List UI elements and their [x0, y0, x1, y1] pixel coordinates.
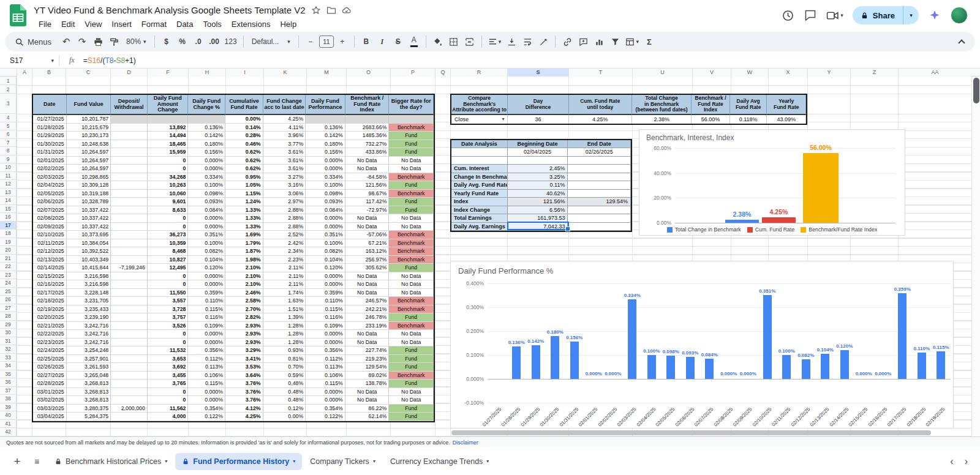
cell[interactable]: 03/02/2025 [33, 396, 67, 405]
cell[interactable]: Benchmark [389, 124, 434, 132]
cell[interactable]: 01/28/2025 [33, 124, 67, 132]
cell[interactable]: 4.25% [569, 115, 632, 124]
cell[interactable]: 129.54% [345, 363, 390, 372]
cell[interactable]: No Data [345, 272, 390, 281]
cell[interactable]: 1.87% [225, 247, 263, 256]
cell[interactable]: 43.09% [767, 115, 806, 124]
cell[interactable]: 0 [148, 280, 189, 289]
cell[interactable]: 13,892 [148, 124, 189, 132]
metric-value-2[interactable] [568, 190, 631, 198]
cell[interactable]: 02/03/2025 [33, 173, 67, 182]
cell[interactable]: 1.98% [225, 256, 263, 264]
cell[interactable]: 0.59% [263, 372, 306, 380]
cell[interactable]: 0.104% [188, 256, 225, 264]
cell[interactable]: Benchmark [389, 372, 434, 380]
cell[interactable]: 0.359% [188, 289, 225, 297]
cell[interactable]: 14,494 [148, 132, 189, 140]
cell[interactable]: 2.88% [263, 223, 306, 231]
row-header-22[interactable]: 22 [0, 263, 16, 271]
cell[interactable]: 0.000% [188, 157, 225, 165]
cell[interactable]: No Data [389, 330, 434, 338]
cell[interactable]: 0 [148, 223, 189, 231]
text-color-button[interactable]: A [407, 34, 421, 49]
row-header-34[interactable]: 34 [0, 362, 16, 370]
cell[interactable]: 0 [148, 272, 189, 281]
cell[interactable]: 219.23% [345, 355, 390, 364]
cell[interactable]: 0.115% [188, 305, 225, 314]
row-header-13[interactable]: 13 [0, 189, 16, 197]
cell[interactable]: 0.46% [225, 140, 263, 149]
cell[interactable]: 0.115% [306, 305, 345, 314]
menus-search-button[interactable]: Menus [11, 34, 58, 50]
cell[interactable]: 3,280,375 [67, 405, 111, 413]
column-header-cell[interactable]: Deposit/ Withdrawal [111, 95, 148, 115]
row-header-17[interactable]: 17 [0, 222, 16, 230]
cell[interactable]: No Data [389, 388, 434, 397]
column-header-Z[interactable]: Z [850, 69, 898, 77]
cell[interactable]: 4.11% [263, 124, 306, 132]
cell[interactable]: 02/27/2025 [33, 372, 67, 380]
row-header-39[interactable]: 39 [0, 403, 16, 412]
cell[interactable]: 18,465 [148, 140, 189, 149]
cell[interactable]: No Data [389, 214, 434, 223]
row-header-24[interactable]: 24 [0, 279, 16, 288]
increase-decimal-button[interactable]: .00 [207, 34, 222, 49]
cell[interactable]: 0 [148, 388, 189, 397]
cell[interactable]: 0.48% [263, 388, 306, 397]
column-header-O[interactable]: O [346, 69, 390, 77]
cell[interactable] [111, 198, 148, 206]
cell[interactable]: 3,216,598 [67, 272, 111, 281]
cell[interactable]: 0 [148, 396, 189, 405]
cell[interactable]: No Data [345, 289, 390, 297]
cell[interactable]: 2683.66% [345, 124, 390, 132]
cell[interactable]: 0.000% [188, 396, 225, 405]
insert-link-button[interactable] [560, 34, 575, 49]
cell[interactable]: 1.79% [225, 239, 263, 248]
row-header-8[interactable]: 8 [0, 147, 16, 155]
metric-value[interactable]: 7,042.33 [508, 223, 568, 231]
cell[interactable]: 0.136% [306, 124, 345, 132]
row-header-10[interactable]: 10 [0, 163, 16, 172]
metric-label[interactable]: Yearly Fund Rate [451, 190, 508, 198]
cell[interactable]: 02/15/2025 [33, 272, 67, 281]
cell[interactable]: Fund [389, 206, 434, 215]
cell[interactable]: 0.082% [188, 247, 225, 256]
cell[interactable]: 0.70% [263, 363, 306, 372]
cell[interactable]: 0.000% [188, 388, 225, 397]
cell[interactable]: 01/31/2025 [33, 148, 67, 157]
column-header-X[interactable]: X [768, 69, 807, 77]
bold-button[interactable]: B [359, 34, 374, 49]
column-header-cell[interactable]: Daily Avg Fund Rate [730, 95, 767, 115]
cell[interactable]: No Data [389, 157, 434, 165]
column-header-M[interactable]: M [306, 69, 346, 77]
cell[interactable]: 2.11% [263, 272, 306, 281]
row-header-26[interactable]: 26 [0, 296, 16, 304]
vertical-scrollbar[interactable] [971, 77, 980, 436]
cell[interactable]: 10,319,188 [67, 190, 111, 198]
cell[interactable] [111, 396, 148, 405]
metric-label[interactable]: Daily Avg. Fund Rate [451, 181, 508, 190]
cell[interactable]: 0.000% [306, 165, 345, 173]
increase-font-size-button[interactable]: + [335, 34, 350, 49]
cell[interactable]: 732.27% [345, 140, 390, 149]
cell[interactable]: 0.098% [188, 190, 225, 198]
cell[interactable]: 0.62% [225, 157, 263, 165]
cell[interactable] [111, 181, 148, 190]
cell[interactable]: No Data [345, 388, 390, 397]
cell[interactable]: 0.000% [188, 214, 225, 223]
cell[interactable]: 3,757 [148, 313, 189, 322]
cell[interactable] [111, 363, 148, 372]
add-sheet-button[interactable]: + [9, 453, 26, 470]
cell[interactable]: 02/08/2025 [33, 214, 67, 223]
cell[interactable]: 3.76% [225, 380, 263, 388]
vertical-align-button[interactable] [504, 34, 519, 49]
cell[interactable]: 2.10% [225, 272, 263, 281]
cell[interactable]: 1.63% [263, 297, 306, 305]
row-header-25[interactable]: 25 [0, 288, 16, 296]
cell[interactable] [111, 280, 148, 289]
cell[interactable]: 0.351% [306, 231, 345, 239]
cell[interactable]: 11,532 [148, 346, 189, 355]
cell[interactable]: 0.000% [306, 388, 345, 397]
cell[interactable]: 0.142% [188, 132, 225, 140]
cell[interactable]: 2.70% [225, 305, 263, 314]
